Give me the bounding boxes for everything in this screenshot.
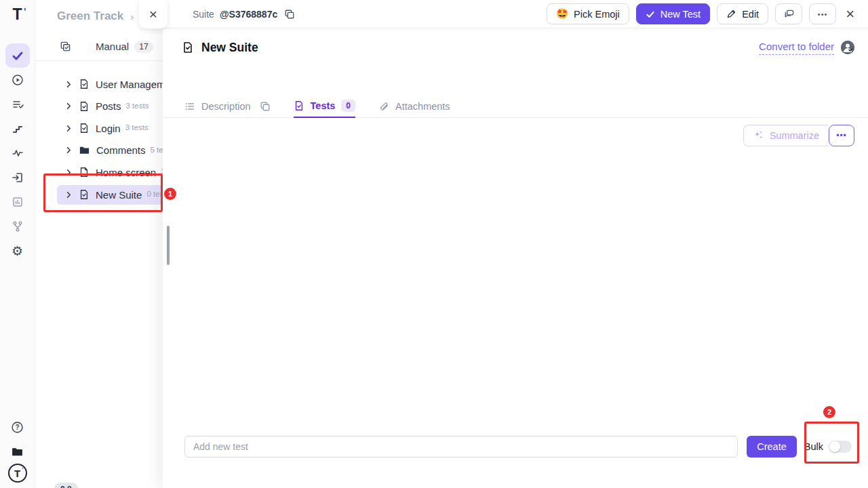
tree-item-new-suite[interactable]: New Suite 0 tests (57, 185, 163, 205)
tab-description[interactable]: Description (184, 95, 271, 118)
account-logo-button[interactable]: T' (8, 464, 27, 483)
app-icon-sidebar: T' ⚙ ? T' (0, 0, 35, 488)
help-circle-icon: ? (11, 421, 24, 434)
svg-text:?: ? (15, 423, 19, 430)
reports-nav-icon[interactable] (5, 190, 30, 214)
summarize-label: Summarize (770, 130, 819, 141)
panel-tabs: Manual 17 Automated (35, 33, 163, 61)
drawer-header-actions: 🤩 Pick Emoji New Test Edit ••• × (547, 3, 857, 24)
pick-emoji-label: Pick Emoji (574, 9, 620, 20)
tests-count-badge: 0 (341, 100, 355, 112)
tests-nav-icon[interactable] (5, 43, 30, 68)
summarize-button[interactable]: Summarize (743, 125, 829, 146)
help-nav-icon[interactable]: ? (5, 415, 30, 439)
ellipsis-icon: ••• (836, 131, 847, 140)
new-test-button[interactable]: New Test (636, 3, 710, 24)
copy-icon[interactable] (260, 101, 271, 112)
check-icon (646, 9, 655, 19)
settings-nav-icon[interactable]: ⚙ (5, 239, 30, 263)
chevron-right-icon: › (130, 11, 134, 22)
chevron-right-icon[interactable] (65, 102, 73, 110)
tree-item-home-screen[interactable]: Home screen 3 tests (35, 161, 163, 184)
sparkles-icon (753, 130, 764, 141)
stairs-icon (12, 123, 24, 135)
tree-item-comments[interactable]: Comments 5 tests (35, 140, 163, 162)
heading-right: Convert to folder (759, 41, 854, 55)
add-new-test-input[interactable] (184, 436, 738, 458)
play-circle-icon (12, 74, 24, 86)
tab-manual[interactable]: Manual (96, 41, 129, 52)
suite-heading-row: New Suite Convert to folder (163, 37, 868, 58)
create-button[interactable]: Create (747, 436, 797, 458)
emoji-icon: 🤩 (556, 8, 568, 20)
tab-attachments[interactable]: Attachments (378, 95, 450, 118)
app-logo[interactable]: T' (12, 5, 22, 26)
summarize-row: Summarize ••• (163, 125, 868, 146)
chat-bubbles-icon (783, 8, 795, 20)
folder-icon (11, 445, 24, 458)
chevron-right-icon[interactable] (65, 146, 73, 154)
tree-item-label: Login (96, 123, 121, 134)
tab-tests-label: Tests (311, 100, 336, 111)
more-actions-button[interactable]: ••• (809, 3, 836, 24)
tree-item-count: 5 tests (151, 146, 163, 154)
list-icon (184, 101, 195, 112)
bar-chart-icon (12, 196, 24, 208)
steps-nav-icon[interactable] (5, 117, 30, 141)
chevron-right-icon[interactable] (65, 125, 73, 132)
paperclip-icon (378, 101, 389, 112)
suite-doc-icon (294, 100, 304, 111)
gear-icon: ⚙ (12, 245, 23, 258)
tree-item-user-management[interactable]: User Management (35, 73, 163, 96)
tree-item-label: Comments (96, 144, 146, 156)
tree-item-label: Posts (96, 100, 121, 112)
chevron-right-icon[interactable] (65, 169, 73, 176)
plans-nav-icon[interactable] (5, 92, 30, 117)
list-check-icon (12, 98, 24, 110)
drawer-close-notch-button[interactable]: × (139, 0, 167, 28)
version-badge: 9.8 (54, 483, 78, 488)
summarize-more-button[interactable]: ••• (829, 125, 854, 146)
folder-icon (79, 144, 90, 156)
suite-doc-icon (182, 41, 194, 54)
tab-description-label: Description (201, 101, 251, 112)
assignee-avatar[interactable] (841, 41, 854, 54)
close-icon: × (149, 6, 157, 22)
chevron-right-icon[interactable] (65, 81, 73, 88)
drawer-close-button[interactable]: × (843, 5, 857, 23)
logo-tick: ' (24, 5, 26, 17)
tree-item-count: 0 tests (146, 190, 163, 198)
project-name[interactable]: Green Track (57, 9, 123, 23)
suite-doc-icon (79, 123, 90, 134)
import-nav-icon[interactable] (5, 165, 30, 190)
convert-to-folder-link[interactable]: Convert to folder (759, 41, 834, 55)
bulk-label: Bulk (804, 441, 823, 452)
tree-item-posts[interactable]: Posts 3 tests (35, 96, 163, 118)
edit-button[interactable]: Edit (717, 3, 768, 24)
tree-item-label: Home screen (96, 167, 156, 178)
tree-item-count: 3 tests (126, 102, 149, 110)
empty-tests-area (163, 146, 868, 436)
chevron-right-icon[interactable] (65, 191, 73, 199)
copy-id-button[interactable] (284, 9, 295, 20)
copy-icon (284, 9, 295, 20)
doc-icon (79, 167, 90, 178)
ellipsis-icon: ••• (818, 10, 828, 18)
suite-doc-icon (79, 79, 90, 89)
comments-button[interactable] (775, 3, 802, 24)
suite-title: New Suite (201, 41, 258, 55)
pick-emoji-button[interactable]: 🤩 Pick Emoji (547, 3, 629, 24)
entity-type-label: Suite (193, 9, 214, 20)
bulk-toggle[interactable] (829, 441, 852, 453)
copy-check-icon[interactable] (60, 41, 71, 52)
tree-item-label: User Management (96, 79, 163, 90)
suite-drawer: × Suite @S3768887c 🤩 Pick Emoji New Test… (163, 0, 868, 488)
panel-scrollbar-thumb[interactable] (167, 226, 170, 265)
tab-tests[interactable]: Tests 0 (294, 95, 356, 118)
analytics-nav-icon[interactable] (5, 141, 30, 165)
tree-item-login[interactable]: Login 3 tests (35, 117, 163, 140)
runs-nav-icon[interactable] (5, 68, 30, 92)
projects-nav-icon[interactable] (5, 439, 30, 464)
check-icon (12, 49, 24, 62)
branches-nav-icon[interactable] (5, 214, 30, 239)
